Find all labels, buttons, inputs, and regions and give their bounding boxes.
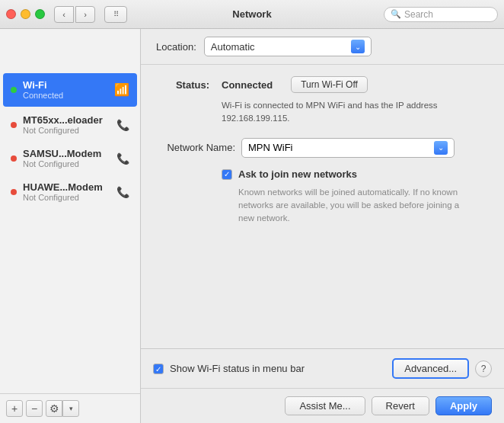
search-icon: 🔍	[391, 9, 401, 19]
show-wifi-row: ✓ Show Wi-Fi status in menu bar	[153, 363, 392, 374]
maximize-button[interactable]	[35, 9, 45, 19]
huawei-status-dot	[11, 189, 17, 195]
sidebar-item-mt65xx[interactable]: MT65xx...eloader Not Configured 📞	[3, 110, 137, 140]
close-button[interactable]	[6, 9, 16, 19]
sidebar-item-wifi[interactable]: Wi-Fi Connected 📶	[3, 73, 137, 107]
mt65xx-item-name: MT65xx...eloader	[23, 114, 110, 126]
gear-button[interactable]: ⚙	[46, 400, 62, 417]
wifi-signal-icon: 📶	[114, 82, 129, 97]
samsung-status-dot	[11, 155, 17, 162]
status-description: Wi-Fi is connected to MPN WiFi and has t…	[222, 99, 465, 126]
status-label: Status:	[156, 79, 209, 91]
search-input[interactable]: Search	[404, 9, 433, 20]
wifi-item-text: Wi-Fi Connected	[23, 79, 108, 100]
network-name-label: Network Name:	[156, 142, 235, 153]
network-name-arrow-icon: ⌄	[434, 141, 448, 155]
ask-join-row: ✓ Ask to join new networks	[222, 168, 489, 180]
sidebar-bottom-controls: + − ⚙ ▾	[0, 393, 140, 423]
samsung-item-text: SAMSU...Modem Not Configured	[23, 148, 110, 168]
right-panel: Status: Connected Turn Wi-Fi Off Wi-Fi i…	[141, 61, 504, 423]
advanced-button[interactable]: Advanced...	[392, 358, 469, 379]
samsung-item-status: Not Configured	[23, 159, 110, 168]
sidebar-item-samsung[interactable]: SAMSU...Modem Not Configured 📞	[3, 143, 137, 174]
forward-button[interactable]: ›	[75, 6, 95, 23]
samsung-item-name: SAMSU...Modem	[23, 148, 110, 159]
huawei-item-text: HUAWE...Modem Not Configured	[23, 181, 110, 202]
mt65xx-status-dot	[11, 122, 17, 128]
mt65xx-item-text: MT65xx...eloader Not Configured	[23, 114, 110, 135]
location-label: Location:	[156, 41, 196, 53]
show-wifi-label: Show Wi-Fi status in menu bar	[170, 363, 305, 374]
ask-join-label: Ask to join new networks	[238, 168, 357, 180]
add-network-button[interactable]: +	[6, 400, 23, 417]
bottom-bar: ✓ Show Wi-Fi status in menu bar Advanced…	[141, 348, 504, 388]
status-value: Connected	[222, 79, 273, 91]
gear-combo: ⚙ ▾	[46, 400, 79, 417]
checkmark-icon: ✓	[224, 170, 230, 178]
sidebar: Wi-Fi Connected 📶 MT65xx...eloader Not C…	[0, 29, 141, 423]
window-title: Network	[232, 8, 271, 20]
location-dropdown[interactable]: Automatic ⌄	[204, 37, 372, 56]
huawei-item-status: Not Configured	[23, 193, 110, 202]
titlebar: ‹ › ⠿ Network 🔍 Search	[0, 0, 504, 29]
location-bar: Location: Automatic ⌄	[141, 29, 504, 65]
remove-network-button[interactable]: −	[26, 400, 43, 417]
bottom-buttons: Advanced... ?	[392, 358, 492, 379]
wifi-item-status: Connected	[23, 91, 108, 100]
apply-button[interactable]: Apply	[435, 396, 492, 415]
gear-chevron-button[interactable]: ▾	[62, 400, 79, 417]
grid-button[interactable]: ⠿	[104, 6, 127, 23]
ask-join-checkbox[interactable]: ✓	[222, 169, 232, 180]
wifi-status-dot	[11, 87, 17, 93]
assist-me-button[interactable]: Assist Me...	[285, 396, 365, 415]
revert-button[interactable]: Revert	[372, 396, 429, 415]
show-wifi-checkbox[interactable]: ✓	[153, 364, 164, 374]
huawei-item-name: HUAWE...Modem	[23, 181, 110, 193]
network-name-value: MPN WiFi	[248, 142, 293, 153]
show-wifi-checkmark-icon: ✓	[155, 365, 161, 373]
traffic-lights	[6, 9, 45, 19]
mt65xx-phone-icon: 📞	[116, 119, 129, 131]
location-arrow-icon: ⌄	[351, 40, 365, 53]
network-name-dropdown[interactable]: MPN WiFi ⌄	[241, 138, 455, 158]
action-bar: Assist Me... Revert Apply	[141, 388, 504, 423]
turn-wifi-off-button[interactable]: Turn Wi-Fi Off	[291, 76, 368, 93]
search-box[interactable]: 🔍 Search	[384, 7, 498, 22]
minimize-button[interactable]	[21, 9, 30, 19]
settings-area: Status: Connected Turn Wi-Fi Off Wi-Fi i…	[141, 61, 504, 348]
location-value: Automatic	[211, 41, 255, 53]
sidebar-item-huawei[interactable]: HUAWE...Modem Not Configured 📞	[3, 177, 137, 207]
samsung-phone-icon: 📞	[116, 152, 129, 165]
mt65xx-item-status: Not Configured	[23, 126, 110, 135]
status-row: Status: Connected Turn Wi-Fi Off	[156, 76, 489, 93]
main-content: Wi-Fi Connected 📶 MT65xx...eloader Not C…	[0, 29, 504, 423]
network-name-row: Network Name: MPN WiFi ⌄	[156, 138, 489, 158]
ask-join-description: Known networks will be joined automatica…	[238, 186, 467, 226]
back-button[interactable]: ‹	[54, 6, 74, 23]
help-button[interactable]: ?	[475, 361, 492, 377]
wifi-item-name: Wi-Fi	[23, 79, 108, 91]
nav-buttons: ‹ ›	[54, 6, 95, 23]
huawei-phone-icon: 📞	[116, 186, 129, 198]
